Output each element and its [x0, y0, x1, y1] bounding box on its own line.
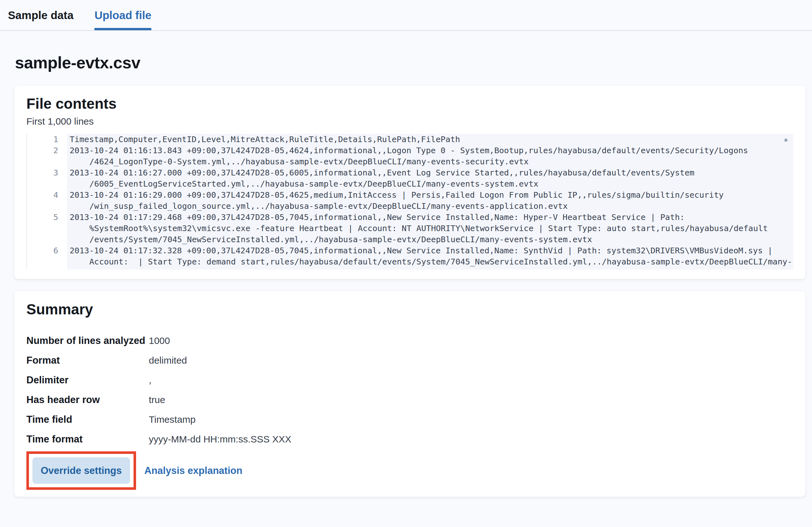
code-line-continuation: Account: | Start Type: demand start,rule… — [27, 256, 793, 267]
file-contents-subtitle: First 1,000 lines — [26, 116, 793, 127]
summary-label: Time format — [26, 431, 149, 447]
summary-value: yyyy-MM-dd HH:mm:ss.SSS XXX — [149, 431, 291, 447]
code-text: Account: | Start Type: demand start,rule… — [67, 256, 793, 267]
code-text: events-system.evtx — [67, 267, 793, 269]
summary-value: true — [149, 392, 165, 407]
tab-bar: Sample data Upload file — [0, 0, 812, 31]
file-contents-card: File contents First 1,000 lines 1 Timest… — [14, 86, 805, 279]
code-line: 1 Timestamp,Computer,EventID,Level,Mitre… — [27, 134, 793, 145]
annotation-highlight-box: Override settings — [26, 451, 136, 490]
line-number — [27, 256, 67, 267]
line-number — [27, 156, 67, 167]
code-line-continuation: /events/System/7045_NewServiceInstalled.… — [27, 234, 793, 245]
summary-label: Format — [26, 353, 149, 368]
line-number — [27, 201, 67, 212]
line-number — [27, 178, 67, 189]
line-number — [27, 267, 67, 269]
summary-label: Delimiter — [26, 372, 149, 387]
tab-sample-data[interactable]: Sample data — [8, 0, 73, 30]
page-title: sample-evtx.csv — [15, 53, 812, 72]
override-settings-button[interactable]: Override settings — [32, 457, 130, 484]
line-number — [27, 223, 67, 234]
summary-actions: Override settings Analysis explanation — [26, 451, 793, 490]
line-number: 6 — [27, 245, 67, 256]
code-text: Timestamp,Computer,EventID,Level,MitreAt… — [67, 134, 793, 145]
code-text: 2013-10-24 01:17:29.468 +09:00,37L4247D2… — [67, 212, 793, 223]
analysis-explanation-link[interactable]: Analysis explanation — [144, 465, 242, 477]
summary-heading: Summary — [26, 301, 793, 318]
summary-card: Summary Number of lines analyzed 1000 Fo… — [14, 291, 805, 497]
code-text: 2013-10-24 01:16:13.843 +09:00,37L4247D2… — [67, 145, 793, 156]
code-line-continuation: events-system.evtx — [27, 267, 793, 269]
file-preview-codeblock[interactable]: 1 Timestamp,Computer,EventID,Level,Mitre… — [26, 134, 793, 269]
code-text: 2013-10-24 01:16:27.000 +09:00,37L4247D2… — [67, 167, 793, 178]
line-number: 2 — [27, 145, 67, 156]
summary-row: Number of lines analyzed 1000 — [26, 333, 793, 348]
line-number: 1 — [27, 134, 67, 145]
file-contents-heading: File contents — [26, 95, 793, 112]
summary-row: Format delimited — [26, 353, 793, 368]
summary-value: 1000 — [149, 333, 170, 348]
code-scrollbar-dot[interactable] — [784, 138, 787, 142]
code-text: /events/System/7045_NewServiceInstalled.… — [67, 234, 793, 245]
code-text: /4624_LogonType-0-System.yml,../hayabusa… — [67, 156, 793, 167]
tab-upload-file[interactable]: Upload file — [95, 0, 151, 30]
summary-row: Has header row true — [26, 392, 793, 407]
summary-label: Number of lines analyzed — [26, 333, 149, 348]
summary-row: Time field Timestamp — [26, 412, 793, 427]
code-text: /win_susp_failed_logon_source.yml,../hay… — [67, 201, 793, 212]
summary-value: Timestamp — [149, 412, 195, 427]
summary-value: , — [149, 372, 151, 387]
summary-list: Number of lines analyzed 1000 Format del… — [26, 333, 793, 447]
code-text: %SystemRoot%\system32\vmicsvc.exe -featu… — [67, 223, 793, 234]
line-number: 3 — [27, 167, 67, 178]
code-line-continuation: /6005_EventLogServiceStarted.yml,../haya… — [27, 178, 793, 189]
code-line: 3 2013-10-24 01:16:27.000 +09:00,37L4247… — [27, 167, 793, 178]
code-text: /6005_EventLogServiceStarted.yml,../haya… — [67, 178, 793, 189]
line-number: 5 — [27, 212, 67, 223]
summary-value: delimited — [149, 353, 187, 368]
code-text: 2013-10-24 01:17:32.328 +09:00,37L4247D2… — [67, 245, 793, 256]
code-line: 5 2013-10-24 01:17:29.468 +09:00,37L4247… — [27, 212, 793, 223]
code-line-continuation: /4624_LogonType-0-System.yml,../hayabusa… — [27, 156, 793, 167]
code-line: 6 2013-10-24 01:17:32.328 +09:00,37L4247… — [27, 245, 793, 256]
code-line: 4 2013-10-24 01:16:29.000 +09:00,37L4247… — [27, 189, 793, 201]
summary-label: Time field — [26, 412, 149, 427]
summary-label: Has header row — [26, 392, 149, 407]
code-line-continuation: /win_susp_failed_logon_source.yml,../hay… — [27, 201, 793, 212]
code-line-continuation: %SystemRoot%\system32\vmicsvc.exe -featu… — [27, 223, 793, 234]
summary-row: Time format yyyy-MM-dd HH:mm:ss.SSS XXX — [26, 431, 793, 447]
code-line: 2 2013-10-24 01:16:13.843 +09:00,37L4247… — [27, 145, 793, 156]
line-number: 4 — [27, 189, 67, 201]
summary-row: Delimiter , — [26, 372, 793, 387]
code-text: 2013-10-24 01:16:29.000 +09:00,37L4247D2… — [67, 189, 793, 201]
line-number — [27, 234, 67, 245]
